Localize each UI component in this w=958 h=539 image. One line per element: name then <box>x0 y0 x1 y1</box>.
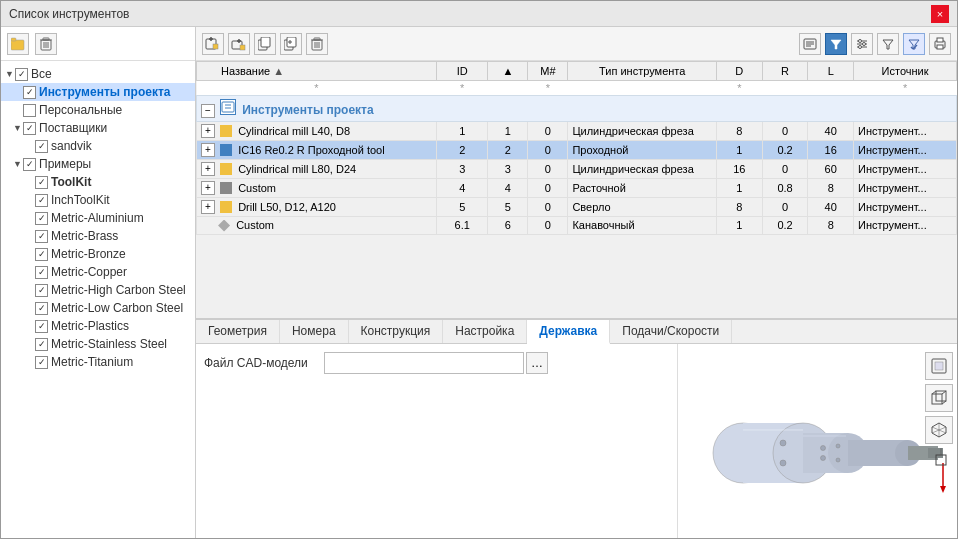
add-tool2-button[interactable] <box>228 33 250 55</box>
filter-l[interactable] <box>808 81 854 96</box>
filter-id[interactable] <box>437 81 488 96</box>
table-row[interactable]: + Cylindrical mill L80, D24 3 3 0 Цилинд… <box>197 159 957 178</box>
filter-m-input[interactable] <box>528 82 568 94</box>
browse-button[interactable]: … <box>526 352 548 374</box>
table-row-selected[interactable]: + IC16 Re0.2 R Проходной tool 2 2 0 Прох… <box>197 140 957 159</box>
table-row[interactable]: Custom 6.1 6 0 Канавочный 1 0.2 8 Инстру… <box>197 216 957 234</box>
checkbox-metric-lcs[interactable] <box>35 302 48 315</box>
col-header-m[interactable]: M# <box>528 62 568 81</box>
row-expand-1[interactable]: + <box>201 143 215 157</box>
view-perspective-button[interactable] <box>925 384 953 412</box>
checkbox-metric-plastics[interactable] <box>35 320 48 333</box>
tree-item-metric-plastics[interactable]: Metric-Plastics <box>1 317 195 335</box>
filter-name-input[interactable] <box>197 82 437 94</box>
col-header-d[interactable]: D <box>716 62 762 81</box>
copy-tool2-button[interactable] <box>280 33 302 55</box>
filter-l-input[interactable] <box>808 82 854 94</box>
filter-check-button[interactable] <box>903 33 925 55</box>
tree-item-metric-lcs[interactable]: Metric-Low Carbon Steel <box>1 299 195 317</box>
tree-item-toolkit[interactable]: ToolKit <box>1 173 195 191</box>
cad-model-input[interactable] <box>324 352 524 374</box>
tree-item-metric-al[interactable]: Metric-Aluminium <box>1 209 195 227</box>
row-expand-4[interactable]: + <box>201 200 215 214</box>
row-expand-0[interactable]: + <box>201 124 215 138</box>
checkbox-suppliers[interactable] <box>23 122 36 135</box>
tree-item-metric-copper[interactable]: Metric-Copper <box>1 263 195 281</box>
filter-sort[interactable] <box>488 81 528 96</box>
filter-source-input[interactable] <box>854 82 957 94</box>
table-scroll[interactable]: Название ▲ ID ▲ M# Тип инструмента D R L <box>196 61 957 318</box>
tree-item-metric-ss[interactable]: Metric-Stainless Steel <box>1 335 195 353</box>
checkbox-toolkit[interactable] <box>35 176 48 189</box>
tab-holder[interactable]: Державка <box>527 320 610 344</box>
checkbox-metric-titanium[interactable] <box>35 356 48 369</box>
filter-m[interactable] <box>528 81 568 96</box>
tab-settings[interactable]: Настройка <box>443 320 527 343</box>
tab-numbers[interactable]: Номера <box>280 320 349 343</box>
delete-folder-button[interactable] <box>35 33 57 55</box>
filter-type[interactable] <box>568 81 717 96</box>
settings-button[interactable] <box>851 33 873 55</box>
checkbox-metric-al[interactable] <box>35 212 48 225</box>
tree-item-examples[interactable]: ▼ Примеры <box>1 155 195 173</box>
checkbox-metric-copper[interactable] <box>35 266 48 279</box>
col-header-sort[interactable]: ▲ <box>488 62 528 81</box>
filter-name[interactable] <box>197 81 437 96</box>
tab-feeds[interactable]: Подачи/Скорости <box>610 320 732 343</box>
close-button[interactable]: × <box>931 5 949 23</box>
delete-tool-button[interactable] <box>306 33 328 55</box>
new-folder-button[interactable] <box>7 33 29 55</box>
row-expand-3[interactable]: + <box>201 181 215 195</box>
checkbox-inchtoolkit[interactable] <box>35 194 48 207</box>
col-header-r[interactable]: R <box>762 62 808 81</box>
checkbox-sandvik[interactable] <box>35 140 48 153</box>
col-header-type[interactable]: Тип инструмента <box>568 62 717 81</box>
filter-type-input[interactable] <box>568 82 717 94</box>
filter-sort-input[interactable] <box>488 82 528 94</box>
filter-d[interactable] <box>716 81 762 96</box>
tree-item-personal[interactable]: Персональные <box>1 101 195 119</box>
print-button[interactable] <box>929 33 951 55</box>
tab-construction[interactable]: Конструкция <box>349 320 444 343</box>
checkbox-project-tools[interactable] <box>23 86 36 99</box>
tree-item-inchtoolkit[interactable]: InchToolKit <box>1 191 195 209</box>
bottom-panel: Геометрия Номера Конструкция Настройка Д… <box>196 318 957 538</box>
table-row[interactable]: + Drill L50, D12, A120 5 5 0 Сверло 8 0 <box>197 197 957 216</box>
group-expand-btn[interactable]: − <box>201 104 215 118</box>
checkbox-personal[interactable] <box>23 104 36 117</box>
col-header-source[interactable]: Источник <box>854 62 957 81</box>
copy-tool-button[interactable] <box>254 33 276 55</box>
table-row[interactable]: + Cylindrical mill L40, D8 1 1 0 Цилиндр… <box>197 121 957 140</box>
filter-active-button[interactable] <box>825 33 847 55</box>
tab-geometry[interactable]: Геометрия <box>196 320 280 343</box>
checkbox-examples[interactable] <box>23 158 36 171</box>
add-tool-button[interactable] <box>202 33 224 55</box>
col-header-name[interactable]: Название ▲ <box>197 62 437 81</box>
tree-item-metric-hcs[interactable]: Metric-High Carbon Steel <box>1 281 195 299</box>
tree-item-project-tools[interactable]: Инструменты проекта <box>1 83 195 101</box>
filter-button[interactable] <box>877 33 899 55</box>
tree-item-sandvik[interactable]: sandvik <box>1 137 195 155</box>
checkbox-metric-brass[interactable] <box>35 230 48 243</box>
filter-r-input[interactable] <box>762 82 808 94</box>
col-header-id[interactable]: ID <box>437 62 488 81</box>
row-expand-2[interactable]: + <box>201 162 215 176</box>
tree-item-metric-titanium[interactable]: Metric-Titanium <box>1 353 195 371</box>
view-front-button[interactable] <box>925 352 953 380</box>
checkbox-all[interactable] <box>15 68 28 81</box>
col-header-l[interactable]: L <box>808 62 854 81</box>
filter-r[interactable] <box>762 81 808 96</box>
checkbox-metric-bronze[interactable] <box>35 248 48 261</box>
filter-advanced-button[interactable] <box>799 33 821 55</box>
tree-item-metric-brass[interactable]: Metric-Brass <box>1 227 195 245</box>
table-row[interactable]: + Custom 4 4 0 Расточной 1 0.8 8 <box>197 178 957 197</box>
view-3d-button[interactable] <box>925 416 953 444</box>
filter-source[interactable] <box>854 81 957 96</box>
filter-d-input[interactable] <box>716 82 762 94</box>
filter-id-input[interactable] <box>437 82 488 94</box>
tree-item-metric-bronze[interactable]: Metric-Bronze <box>1 245 195 263</box>
tree-item-suppliers[interactable]: ▼ Поставщики <box>1 119 195 137</box>
checkbox-metric-hcs[interactable] <box>35 284 48 297</box>
checkbox-metric-ss[interactable] <box>35 338 48 351</box>
tree-item-all[interactable]: ▼ Все <box>1 65 195 83</box>
